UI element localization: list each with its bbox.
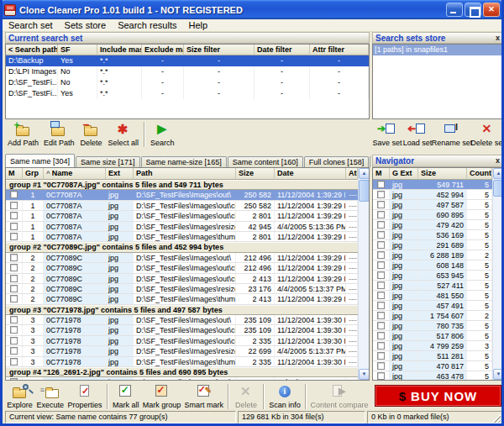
- nav-col-m[interactable]: M: [373, 168, 390, 180]
- col-size-filter[interactable]: Size filter: [184, 45, 255, 55]
- select-all-button[interactable]: ✱ Select all: [106, 120, 142, 149]
- navigator-row[interactable]: jpg 481 550 5: [373, 291, 492, 301]
- nav-mark-checkbox[interactable]: [373, 361, 390, 371]
- navigator-row[interactable]: jpg 690 895 5: [373, 210, 492, 220]
- tab-same-size[interactable]: Same size [171]: [76, 156, 140, 167]
- navigator-row[interactable]: jpg 470 817 5: [373, 361, 492, 371]
- mark-checkbox[interactable]: [6, 325, 23, 334]
- nav-mark-checkbox[interactable]: [373, 331, 390, 340]
- search-path-row[interactable]: D:\LPI Images No *.* - - - -: [6, 66, 369, 77]
- file-row[interactable]: 2 0C77089C jpg D:\SF_TestFiles\Images\re…: [6, 284, 358, 294]
- col-exclude-mask[interactable]: Exclude mask: [142, 45, 184, 55]
- mark-checkbox[interactable]: [6, 346, 23, 355]
- nav-mark-checkbox[interactable]: [373, 250, 390, 260]
- search-path-row[interactable]: D:\Backup Yes *.* - - - -: [6, 55, 369, 66]
- file-row[interactable]: 2 0C77089C jpg D:\SF_TestFiles\Images\ou…: [6, 274, 358, 284]
- store-close-icon[interactable]: x: [495, 34, 501, 42]
- navigator-row[interactable]: jpg 511 281 5: [373, 351, 492, 361]
- nav-mark-checkbox[interactable]: [373, 351, 390, 360]
- col-attr[interactable]: Attr: [346, 168, 358, 180]
- file-row[interactable]: 3 0C771978 jpg D:\SF_TestFiles\Images\ou…: [6, 325, 358, 335]
- col-path[interactable]: Path: [134, 168, 236, 180]
- file-row[interactable]: 2 0C77089C jpg D:\SF_TestFiles\Images\ou…: [6, 253, 358, 263]
- nav-mark-checkbox[interactable]: [373, 230, 390, 239]
- nav-mark-checkbox[interactable]: [373, 321, 390, 330]
- rename-set-button[interactable]: I Rename set: [433, 120, 471, 149]
- minimize-button[interactable]: [446, 3, 463, 17]
- col-size[interactable]: Size: [236, 168, 275, 180]
- mark-checkbox[interactable]: [6, 274, 23, 283]
- tab-same-name-size[interactable]: Same name-size [165]: [141, 156, 227, 167]
- navigator-row[interactable]: jpg 536 169 5: [373, 230, 492, 240]
- navigator-row[interactable]: jpg 517 806 5: [373, 331, 492, 341]
- nav-mark-checkbox[interactable]: [373, 240, 390, 250]
- search-button[interactable]: ▶ Search: [148, 120, 177, 149]
- smart-mark-button[interactable]: ✓✎ Smart mark: [182, 382, 225, 411]
- scroll-down-icon[interactable]: ▼: [359, 369, 370, 380]
- results-scroll-thumb[interactable]: [359, 180, 370, 202]
- nav-mark-checkbox[interactable]: [373, 180, 390, 189]
- tab-same-content[interactable]: Same content [160]: [228, 156, 303, 167]
- delete-set-button[interactable]: ✕ Delete set: [471, 120, 504, 149]
- mark-checkbox[interactable]: [6, 294, 23, 303]
- col-search-path[interactable]: < Search path: [6, 45, 58, 55]
- nav-mark-checkbox[interactable]: [373, 210, 390, 219]
- file-row[interactable]: 2 0C77089C jpg D:\SF_TestFiles\Images\ou…: [6, 263, 358, 273]
- file-row[interactable]: 1 0C77087A jpg D:\SF_TestFiles\Images\ou…: [6, 211, 358, 221]
- title-bar[interactable]: Clone Cleaner Pro 1.01 build 1 - NOT REG…: [0, 0, 504, 19]
- mark-checkbox[interactable]: [6, 222, 23, 231]
- delete-button[interactable]: ✕ Delete: [232, 382, 260, 411]
- explore-button[interactable]: Explore: [5, 382, 34, 411]
- nav-mark-checkbox[interactable]: [373, 281, 390, 290]
- mark-checkbox[interactable]: [6, 315, 23, 324]
- col-ext[interactable]: Ext: [106, 168, 134, 180]
- file-row[interactable]: 4 126_2691-2 jpg D:\SF_TestFiles\Images\…: [6, 377, 358, 380]
- search-path-row[interactable]: D:\SF_TestFi... No *.* - - - -: [6, 77, 369, 88]
- menu-search-set[interactable]: Search set: [3, 20, 59, 30]
- tab-same-name[interactable]: Same name [304]: [5, 154, 75, 167]
- file-row[interactable]: 1 0C77087A jpg D:\SF_TestFiles\Images\th…: [6, 232, 358, 242]
- store-list-item[interactable]: [1 paths] in snapfiles1: [373, 45, 503, 55]
- buy-now-button[interactable]: $ BUY NOW: [375, 385, 501, 407]
- menu-help[interactable]: Help: [182, 20, 213, 30]
- nav-col-gext[interactable]: G Ext: [390, 168, 418, 180]
- group-header-row[interactable]: group #3 "0C771978.jpg" contains 5 files…: [6, 305, 358, 315]
- navigator-scrollbar[interactable]: ▲ ▼: [492, 168, 503, 380]
- edit-path-button[interactable]: Edit Path: [41, 120, 77, 149]
- nav-col-count[interactable]: Count: [467, 168, 492, 180]
- col-include-mask[interactable]: Include mask: [97, 45, 142, 55]
- navigator-row[interactable]: jpg 549 711 5: [373, 180, 492, 190]
- mark-checkbox[interactable]: [6, 377, 23, 380]
- col-attr-filter[interactable]: Attr filter: [310, 45, 369, 55]
- content-compare-button[interactable]: ▶ Content compare: [309, 382, 370, 411]
- nav-scroll-down-icon[interactable]: ▼: [493, 369, 504, 380]
- file-row[interactable]: 3 0C771978 jpg D:\SF_TestFiles\Images\th…: [6, 357, 358, 367]
- group-header-row[interactable]: group #1 "0C77087A.jpg" contains 5 files…: [6, 180, 358, 190]
- navigator-scroll-thumb[interactable]: [493, 180, 504, 197]
- mark-checkbox[interactable]: [6, 336, 23, 345]
- navigator-row[interactable]: jpg 479 420 5: [373, 220, 492, 230]
- file-row[interactable]: 3 0C771978 jpg D:\SF_TestFiles\Images\ou…: [6, 336, 358, 346]
- nav-mark-checkbox[interactable]: [373, 190, 390, 199]
- tab-zero-size[interactable]: Zero size [0]: [370, 156, 371, 167]
- mark-checkbox[interactable]: [6, 253, 23, 262]
- nav-mark-checkbox[interactable]: [373, 311, 390, 320]
- menu-sets-store[interactable]: Sets store: [59, 20, 113, 30]
- group-header-row[interactable]: group #4 "126_2691-2.jpg" contains 5 fil…: [6, 367, 358, 377]
- mark-checkbox[interactable]: [6, 232, 23, 241]
- col-sf[interactable]: SF: [58, 45, 97, 55]
- mark-checkbox[interactable]: [6, 357, 23, 366]
- nav-mark-checkbox[interactable]: [373, 271, 390, 280]
- nav-mark-checkbox[interactable]: [373, 260, 390, 270]
- maximize-button[interactable]: [465, 3, 481, 17]
- navigator-row[interactable]: jpg 452 994 5: [373, 190, 492, 200]
- mark-all-button[interactable]: ✓ Mark all: [111, 382, 141, 411]
- navigator-row[interactable]: jpg 291 689 5: [373, 240, 492, 250]
- nav-mark-checkbox[interactable]: [373, 220, 390, 229]
- mark-checkbox[interactable]: [6, 201, 23, 210]
- nav-mark-checkbox[interactable]: [373, 200, 390, 209]
- save-set-button[interactable]: ➔ Save set: [372, 120, 402, 149]
- file-row[interactable]: 1 0C77087A jpg D:\SF_TestFiles\Images\re…: [6, 222, 358, 232]
- close-button[interactable]: ✕: [483, 3, 500, 17]
- file-row[interactable]: 2 0C77089C jpg D:\SF_TestFiles\Images\th…: [6, 294, 358, 304]
